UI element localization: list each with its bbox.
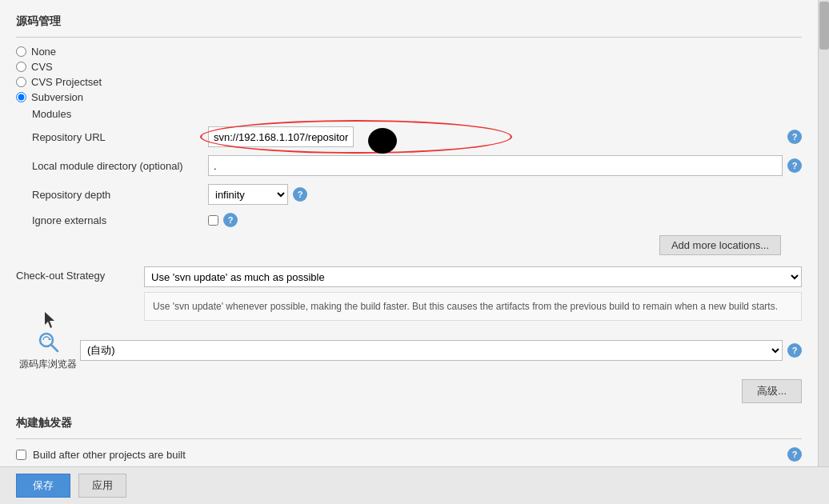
ignore-externals-help[interactable]: ? — [223, 213, 238, 227]
browser-select-wrap: (自动) CollabNet Fisheye SVNWeb ViewSVN We… — [80, 340, 802, 361]
browser-icon — [35, 329, 61, 354]
url-container — [208, 126, 783, 147]
radio-cvs[interactable]: CVS — [16, 61, 802, 73]
advanced-button[interactable]: 高级... — [742, 379, 802, 403]
subversion-panel: Modules Repository URL ? Local m — [32, 108, 802, 255]
radio-cvs-projectset-label: CVS Projectset — [31, 76, 102, 88]
repository-url-input-wrap: ? — [208, 126, 802, 147]
bottom-toolbar: 保存 应用 — [0, 466, 829, 504]
checkout-strategy-desc: Use 'svn update' whenever possible, maki… — [144, 292, 802, 321]
ignore-externals-row: Ignore externals ? — [32, 213, 802, 227]
checkout-strategy-label: Check-out Strategy — [16, 266, 144, 282]
svg-line-1 — [51, 345, 58, 351]
browser-svg — [35, 329, 61, 354]
radio-none-label: None — [31, 46, 56, 58]
triggers-section-header: 构建触发器 — [16, 416, 802, 430]
local-module-input-wrap: ? — [208, 155, 802, 176]
scrollbar-thumb[interactable] — [819, 2, 829, 50]
repository-url-label: Repository URL — [32, 131, 208, 143]
add-locations-row: Add more locations... — [32, 235, 781, 255]
radio-none-input[interactable] — [16, 46, 26, 57]
apply-button[interactable]: 应用 — [78, 474, 126, 498]
local-module-label: Local module directory (optional) — [32, 160, 208, 172]
browser-icon-wrap: 源码库浏览器 — [16, 329, 80, 371]
local-module-row: Local module directory (optional) ? — [32, 155, 802, 176]
radio-none[interactable]: None — [16, 46, 802, 58]
browser-row: 源码库浏览器 (自动) CollabNet Fisheye SVNWeb Vie… — [16, 329, 802, 371]
black-blob — [368, 128, 397, 154]
repository-depth-help[interactable]: ? — [293, 187, 307, 202]
local-module-input[interactable] — [208, 155, 783, 176]
scm-radio-group: None CVS CVS Projectset Subversion — [16, 46, 802, 103]
repository-url-row: Repository URL ? — [32, 126, 802, 147]
radio-subversion-input[interactable] — [16, 92, 26, 102]
radio-subversion[interactable]: Subversion — [16, 91, 802, 103]
modules-label: Modules — [32, 108, 802, 120]
main-content: 源码管理 None CVS CVS Projectset Subversion — [0, 0, 818, 494]
checkout-strategy-right: Use 'svn update' as much as possible Alw… — [144, 266, 802, 321]
trigger-build-after-help[interactable]: ? — [787, 447, 802, 462]
save-button[interactable]: 保存 — [16, 474, 70, 498]
checkout-strategy-select[interactable]: Use 'svn update' as much as possible Alw… — [144, 266, 802, 287]
radio-cvs-projectset-input[interactable] — [16, 77, 26, 87]
scm-divider — [16, 37, 802, 38]
browser-section-label: 源码库浏览器 — [19, 358, 77, 371]
scm-section-header: 源码管理 — [16, 14, 802, 29]
svg-marker-3 — [45, 312, 54, 328]
local-module-help[interactable]: ? — [787, 158, 802, 173]
ignore-externals-wrap: ? — [208, 213, 802, 227]
checkout-strategy-row: Check-out Strategy Use 'svn update' as m… — [16, 266, 802, 321]
trigger-build-after-label: Build after other projects are built — [33, 449, 186, 461]
repository-depth-input-wrap: infinity immediates files empty ? — [208, 184, 802, 205]
radio-cvs-input[interactable] — [16, 62, 26, 72]
trigger-build-after-row: Build after other projects are built ? — [16, 447, 802, 462]
add-locations-button[interactable]: Add more locations... — [659, 235, 781, 255]
repository-depth-row: Repository depth infinity immediates fil… — [32, 184, 802, 205]
browser-select[interactable]: (自动) CollabNet Fisheye SVNWeb ViewSVN We… — [80, 340, 783, 361]
repository-url-input[interactable] — [208, 126, 354, 147]
ignore-externals-label: Ignore externals — [32, 214, 208, 226]
repository-depth-select[interactable]: infinity immediates files empty — [208, 184, 288, 205]
triggers-divider — [16, 438, 802, 439]
repository-depth-label: Repository depth — [32, 189, 208, 201]
trigger-build-after-checkbox[interactable] — [16, 450, 26, 460]
advanced-row: 高级... — [16, 379, 802, 403]
radio-subversion-label: Subversion — [31, 91, 83, 103]
scrollbar[interactable] — [818, 0, 829, 504]
radio-cvs-projectset[interactable]: CVS Projectset — [16, 76, 802, 88]
cursor-arrow-icon — [45, 312, 58, 328]
browser-help[interactable]: ? — [787, 343, 802, 358]
repository-url-help[interactable]: ? — [787, 130, 802, 144]
ignore-externals-checkbox[interactable] — [208, 215, 218, 226]
page-wrapper: 源码管理 None CVS CVS Projectset Subversion — [0, 0, 829, 504]
radio-cvs-label: CVS — [31, 61, 53, 73]
